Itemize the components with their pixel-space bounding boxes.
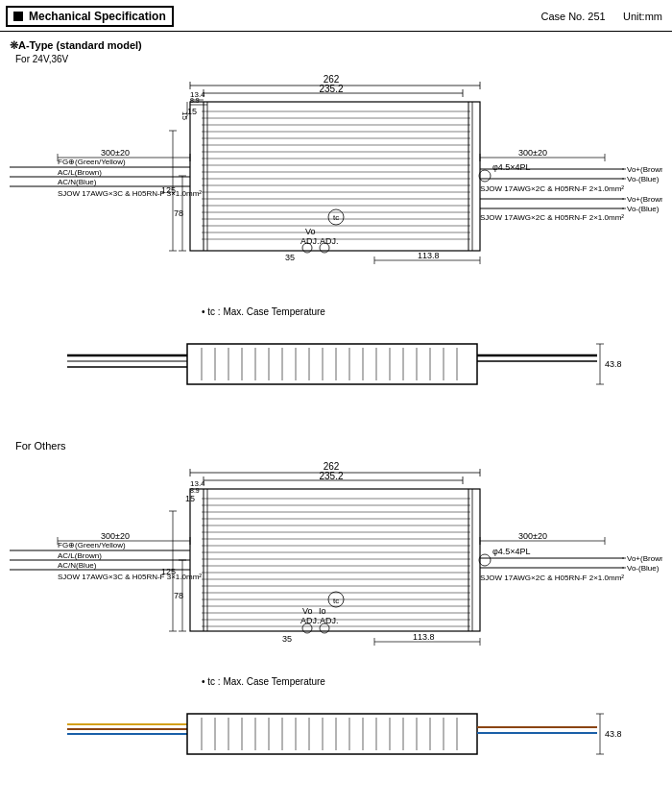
svg-text:113.8: 113.8: [418, 251, 440, 260]
svg-text:SJOW 17AWG×2C & H05RN-F 2×1.0m: SJOW 17AWG×2C & H05RN-F 2×1.0mm²: [480, 213, 624, 222]
svg-text:Vo-(Blue): Vo-(Blue): [627, 564, 660, 573]
svg-text:AC/N(Blue): AC/N(Blue): [58, 561, 97, 570]
svg-text:Vo-(Blue): Vo-(Blue): [627, 175, 660, 183]
svg-text:113.8: 113.8: [413, 632, 435, 642]
svg-text:SJOW 17AWG×2C & H05RN-F 2×1.0m: SJOW 17AWG×2C & H05RN-F 2×1.0mm²: [480, 574, 624, 582]
svg-text:15: 15: [185, 494, 195, 503]
svg-text:35: 35: [285, 253, 295, 262]
title-icon: [13, 12, 23, 21]
svg-text:AC/L(Brown): AC/L(Brown): [58, 168, 102, 177]
svg-text:φ4.5×4PL: φ4.5×4PL: [492, 162, 531, 172]
svg-text:Vo: Vo: [305, 227, 316, 236]
svg-text:300±20: 300±20: [518, 148, 547, 158]
svg-rect-129: [190, 489, 480, 631]
svg-rect-205: [187, 714, 477, 754]
page-header: Mechanical Specification Case No. 251 Un…: [0, 0, 672, 32]
note-a: • tc : Max. Case Temperature: [202, 306, 662, 317]
front-diagram-b: 262 235.2: [10, 457, 662, 669]
svg-text:Vo-(Blue): Vo-(Blue): [627, 205, 660, 213]
section-a-heading: ❊A-Type (standard model): [10, 39, 662, 52]
svg-text:15: 15: [187, 107, 197, 116]
section-a-sub: For 24V,36V: [15, 54, 662, 64]
svg-text:SJOW 17AWG×3C & H05RN-F 3×1.0m: SJOW 17AWG×3C & H05RN-F 3×1.0mm²: [58, 189, 202, 198]
svg-text:tc: tc: [333, 597, 339, 605]
svg-text:8.9: 8.9: [190, 487, 200, 494]
svg-text:300±20: 300±20: [518, 531, 547, 541]
page-title: Mechanical Specification: [29, 10, 166, 23]
svg-text:FG⊕(Green/Yellow): FG⊕(Green/Yellow): [58, 158, 126, 166]
svg-text:φ4.5×4PL: φ4.5×4PL: [492, 547, 531, 556]
svg-text:43.8: 43.8: [605, 359, 622, 369]
svg-rect-94: [187, 344, 477, 384]
svg-text:300±20: 300±20: [101, 148, 130, 158]
svg-text:300±20: 300±20: [101, 531, 130, 541]
note-b: • tc : Max. Case Temperature: [202, 676, 662, 687]
svg-rect-8: [190, 102, 480, 251]
svg-text:FG⊕(Green/Yellow): FG⊕(Green/Yellow): [58, 541, 126, 550]
svg-point-154: [479, 554, 491, 566]
unit: Unit:mm: [623, 11, 662, 22]
svg-text:43.8: 43.8: [605, 729, 622, 739]
svg-text:35: 35: [282, 634, 292, 644]
svg-text:Io: Io: [319, 606, 326, 616]
svg-text:235.2: 235.2: [319, 84, 343, 94]
svg-text:78: 78: [174, 208, 183, 218]
header-right: Case No. 251 Unit:mm: [540, 11, 662, 22]
svg-text:235.2: 235.2: [319, 471, 343, 481]
for-others-label: For Others: [15, 440, 662, 452]
svg-text:78: 78: [174, 591, 183, 600]
svg-text:Vo: Vo: [302, 606, 313, 616]
svg-text:Vo+(Brown): Vo+(Brown): [627, 554, 662, 563]
svg-text:ADJ.: ADJ.: [320, 236, 339, 246]
svg-text:tc: tc: [333, 213, 339, 222]
side-view-b: 43.8: [10, 696, 662, 773]
svg-text:SJOW 17AWG×2C & H05RN-F 2×1.0m: SJOW 17AWG×2C & H05RN-F 2×1.0mm²: [480, 184, 624, 193]
title-box: Mechanical Specification: [6, 6, 174, 27]
front-view-svg-b: 262 235.2: [10, 457, 662, 669]
front-view-svg-a: 262 235.2: [10, 68, 662, 299]
svg-point-33: [479, 170, 491, 182]
svg-text:SJOW 17AWG×3C & H05RN-F 3×1.0m: SJOW 17AWG×3C & H05RN-F 3×1.0mm²: [58, 573, 202, 581]
side-view-svg-a: 43.8: [10, 327, 662, 403]
side-view-svg-b: 43.8: [10, 696, 662, 773]
svg-text:Vo+(Brown): Vo+(Brown): [627, 195, 662, 204]
svg-text:AC/L(Brown): AC/L(Brown): [58, 551, 102, 560]
side-view-a: 43.8: [10, 327, 662, 403]
main-content: ❊A-Type (standard model) For 24V,36V 262…: [0, 32, 672, 787]
svg-text:Vo+(Brown): Vo+(Brown): [627, 165, 662, 174]
front-diagram-a: 262 235.2: [10, 68, 662, 299]
svg-text:AC/N(Blue): AC/N(Blue): [58, 178, 97, 186]
svg-text:8.9: 8.9: [190, 97, 200, 104]
case-no: Case No. 251: [540, 11, 605, 22]
